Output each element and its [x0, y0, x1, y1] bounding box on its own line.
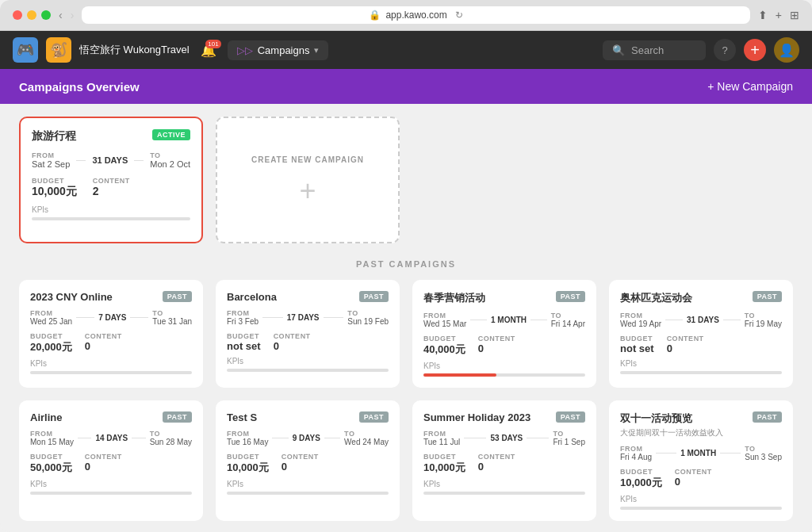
- card-title: 双十一活动预览: [620, 411, 723, 426]
- past-status-badge: PAST: [163, 411, 192, 423]
- add-button[interactable]: +: [744, 39, 766, 61]
- notification-badge: 101: [205, 40, 220, 48]
- app-header: 🎮 🐒 悟空旅行 WukongTravel 🔔 101 ▷▷ Campaigns…: [0, 31, 812, 69]
- past-campaign-card[interactable]: Barcelona PAST FROM Fri 3 Feb 17 DAYS TO…: [216, 280, 400, 388]
- new-tab-icon[interactable]: +: [776, 9, 782, 21]
- past-campaign-card[interactable]: 双十一活动预览 大促期间双十一活动效益收入 PAST FROM Fri 4 Au…: [609, 400, 793, 521]
- create-campaign-label: CREATE NEW CAMPAIGN: [251, 155, 364, 164]
- past-campaign-card[interactable]: Summer Holiday 2023 PAST FROM Tue 11 Jul…: [412, 400, 596, 521]
- past-campaigns-title: PAST CAMPAIGNS: [19, 259, 793, 269]
- empty-col-1: [412, 117, 596, 243]
- to-label: TO: [150, 151, 190, 159]
- new-campaign-button[interactable]: + New Campaign: [707, 80, 793, 93]
- budget-value: 10,000元: [32, 185, 77, 199]
- search-label: Search: [631, 44, 664, 56]
- past-campaign-card[interactable]: Airline PAST FROM Mon 15 May 14 DAYS TO …: [19, 400, 203, 521]
- past-status-badge: PAST: [556, 411, 585, 423]
- browser-chrome: ‹ › 🔒 app.kawo.com ↻ ⬆ + ⊞: [0, 0, 812, 31]
- past-status-badge: PAST: [556, 291, 585, 302]
- past-campaign-card[interactable]: 2023 CNY Online PAST FROM Wed 25 Jan 7 D…: [19, 280, 203, 388]
- notification-bell[interactable]: 🔔 101: [201, 43, 216, 58]
- breadcrumb-area[interactable]: ▷▷ Campaigns ▾: [228, 40, 329, 60]
- kpi-bar: [32, 217, 190, 220]
- breadcrumb-text: Campaigns: [258, 44, 310, 56]
- current-campaigns-row: 旅游行程 ACTIVE FROM Sat 2 Sep 31 DAYS TO Mo…: [19, 117, 793, 243]
- past-status-badge: PAST: [359, 291, 389, 302]
- create-plus-icon: +: [299, 177, 316, 205]
- campaign-title: 旅游行程: [32, 129, 76, 144]
- share-icon[interactable]: ⬆: [758, 9, 768, 21]
- main-content: 旅游行程 ACTIVE FROM Sat 2 Sep 31 DAYS TO Mo…: [0, 104, 812, 532]
- active-campaign-card[interactable]: 旅游行程 ACTIVE FROM Sat 2 Sep 31 DAYS TO Mo…: [19, 117, 203, 243]
- past-status-badge: PAST: [753, 411, 782, 423]
- content-label: CONTENT: [93, 177, 130, 185]
- page-title: Campaigns Overview: [19, 80, 140, 94]
- kpi-label: KPIs: [32, 205, 190, 214]
- card-title: 奥林匹克运动会: [620, 291, 692, 305]
- tl-yellow[interactable]: [27, 10, 36, 20]
- card-title: Summer Holiday 2023: [423, 411, 530, 423]
- card-title: 2023 CNY Online: [30, 291, 113, 303]
- browser-action-icons: ⬆ + ⊞: [758, 9, 799, 21]
- help-button[interactable]: ?: [714, 39, 736, 61]
- search-icon: 🔍: [612, 44, 625, 56]
- traffic-lights: [13, 10, 51, 20]
- to-date: Mon 2 Oct: [150, 159, 190, 169]
- past-campaign-card[interactable]: 奥林匹克运动会 PAST FROM Wed 19 Apr 31 DAYS TO …: [609, 280, 793, 388]
- past-status-badge: PAST: [359, 411, 389, 423]
- tl-red[interactable]: [13, 10, 22, 20]
- back-button[interactable]: ‹: [59, 9, 63, 21]
- from-label: FROM: [32, 151, 70, 159]
- url-text: app.kawo.com: [385, 10, 446, 21]
- create-campaign-card[interactable]: CREATE NEW CAMPAIGN +: [216, 117, 400, 243]
- refresh-icon: ↻: [455, 10, 463, 21]
- app-logo-1[interactable]: 🎮: [13, 37, 38, 63]
- page-header: Campaigns Overview + New Campaign: [0, 69, 812, 104]
- active-status-badge: ACTIVE: [152, 129, 190, 140]
- card-title: Airline: [30, 411, 62, 423]
- past-campaigns-grid: 2023 CNY Online PAST FROM Wed 25 Jan 7 D…: [19, 280, 793, 521]
- campaigns-icon: ▷▷: [237, 44, 253, 56]
- past-campaign-card[interactable]: 春季营销活动 PAST FROM Wed 15 Mar 1 MONTH TO F…: [412, 280, 596, 388]
- avatar[interactable]: 👤: [774, 37, 799, 63]
- address-bar[interactable]: 🔒 app.kawo.com ↻: [82, 6, 749, 24]
- chevron-down-icon: ▾: [314, 45, 319, 55]
- past-status-badge: PAST: [163, 291, 192, 302]
- app-logo-2[interactable]: 🐒: [46, 37, 71, 63]
- card-title: 春季营销活动: [423, 291, 485, 305]
- past-campaigns-section: PAST CAMPAIGNS 2023 CNY Online PAST FROM…: [19, 259, 793, 521]
- content-count: 2: [93, 185, 130, 197]
- budget-label: BUDGET: [32, 177, 77, 185]
- forward-button[interactable]: ›: [71, 9, 75, 21]
- from-date: Sat 2 Sep: [32, 159, 70, 169]
- days-badge: 31 DAYS: [92, 155, 128, 165]
- empty-col-2: [609, 117, 793, 243]
- card-title: Barcelona: [227, 291, 277, 303]
- lock-icon: 🔒: [369, 10, 381, 21]
- past-campaign-card[interactable]: Test S PAST FROM Tue 16 May 9 DAYS TO We…: [216, 400, 400, 521]
- past-status-badge: PAST: [753, 291, 782, 302]
- card-title: Test S: [227, 411, 257, 423]
- tl-green[interactable]: [41, 10, 51, 20]
- app-title: 悟空旅行 WukongTravel: [79, 43, 190, 57]
- apps-icon[interactable]: ⊞: [790, 9, 799, 21]
- search-box[interactable]: 🔍 Search: [603, 40, 706, 60]
